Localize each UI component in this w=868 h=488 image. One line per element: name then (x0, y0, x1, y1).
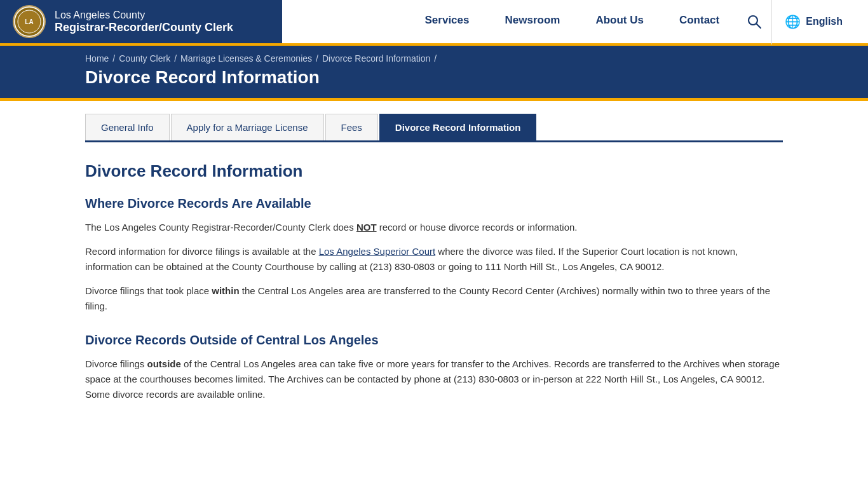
logo-area[interactable]: LA Los Angeles County Registrar-Recorder… (0, 0, 282, 43)
tab-apply-marriage-license[interactable]: Apply for a Marriage License (171, 114, 324, 140)
svg-line-4 (757, 24, 761, 29)
breadcrumb-marriage-licenses[interactable]: Marriage Licenses & Ceremonies (180, 53, 312, 64)
nav-about-us[interactable]: About Us (578, 0, 661, 44)
tab-fees[interactable]: Fees (325, 114, 378, 140)
breadcrumb: Home / County Clerk / Marriage Licenses … (85, 53, 783, 64)
breadcrumb-county-clerk[interactable]: County Clerk (119, 53, 170, 64)
org-line1: Los Angeles County (55, 10, 233, 21)
tab-divorce-record-info[interactable]: Divorce Record Information (379, 114, 537, 140)
breadcrumb-sep-2: / (174, 53, 177, 64)
section1-para2: Record information for divorce filings i… (85, 244, 783, 274)
breadcrumb-sep-3: / (316, 53, 318, 64)
section1-title: Where Divorce Records Are Available (85, 196, 783, 211)
section1-para3: Divorce filings that took place within t… (85, 283, 783, 314)
language-label: English (806, 16, 843, 27)
breadcrumb-section: Home / County Clerk / Marriage Licenses … (0, 46, 868, 98)
seal-icon: LA (13, 5, 46, 38)
org-line2: Registrar-Recorder/County Clerk (55, 21, 233, 34)
globe-icon: 🌐 (785, 14, 801, 29)
breadcrumb-sep-1: / (112, 53, 115, 64)
page-title: Divorce Record Information (85, 67, 783, 88)
tabs-container: General Info Apply for a Marriage Licens… (85, 114, 783, 142)
breadcrumb-sep-4: / (434, 53, 437, 64)
breadcrumb-current: Divorce Record Information (322, 53, 430, 64)
superior-court-link[interactable]: Los Angeles Superior Court (319, 246, 435, 257)
section2-para1: Divorce filings outside of the Central L… (85, 356, 783, 402)
nav-newsroom[interactable]: Newsroom (487, 0, 578, 44)
section-where-available: Where Divorce Records Are Available The … (85, 196, 783, 314)
header: LA Los Angeles County Registrar-Recorder… (0, 0, 868, 46)
section2-title: Divorce Records Outside of Central Los A… (85, 333, 783, 348)
nav-contact[interactable]: Contact (661, 0, 737, 44)
tab-general-info[interactable]: General Info (85, 114, 170, 140)
search-icon[interactable] (737, 0, 771, 44)
article-title: Divorce Record Information (85, 161, 783, 181)
main-content: General Info Apply for a Marriage Licens… (0, 101, 868, 447)
section1-para1: The Los Angeles County Registrar-Recorde… (85, 220, 783, 235)
nav-services[interactable]: Services (407, 0, 487, 44)
section-outside-central-la: Divorce Records Outside of Central Los A… (85, 333, 783, 402)
svg-text:LA: LA (25, 18, 33, 25)
main-nav: Services Newsroom About Us Contact 🌐 Eng… (282, 0, 868, 44)
breadcrumb-home[interactable]: Home (85, 53, 109, 64)
language-selector[interactable]: 🌐 English (771, 0, 855, 44)
org-name: Los Angeles County Registrar-Recorder/Co… (55, 10, 233, 34)
